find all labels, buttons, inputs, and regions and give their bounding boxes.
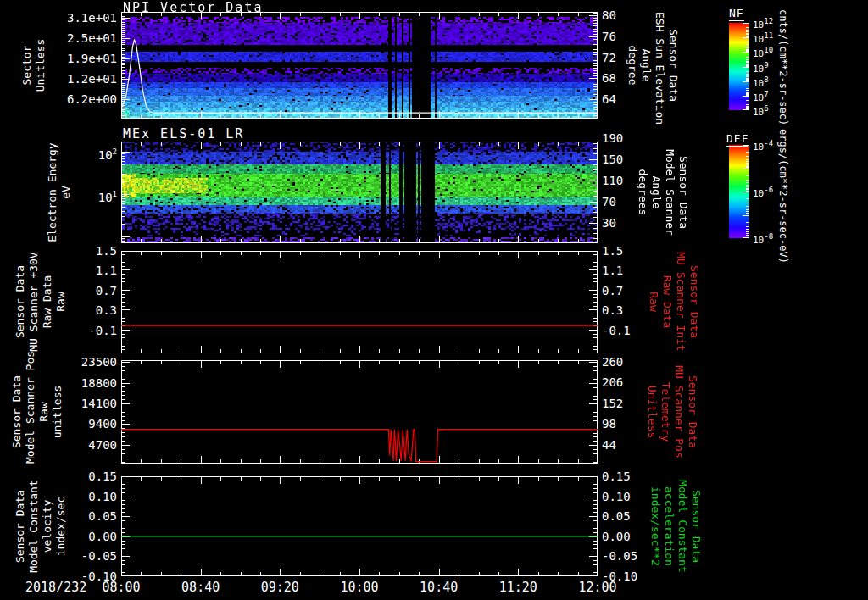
axis-label-line: unitless (51, 360, 64, 464)
tick-base: 10 (753, 142, 764, 153)
tick-base: 10 (753, 77, 764, 88)
axis-label-line: Model Constant (676, 476, 689, 576)
colorbar-tick-label: 10-6 (753, 184, 773, 200)
y-tick-label: 0.05 (88, 509, 117, 523)
tick-base: 10 (753, 235, 764, 246)
panel2-title: MEx ELS-01 LR (123, 126, 244, 142)
axis-label-line: Sensor Data (666, 12, 680, 119)
x-tick-label: 12:00 (570, 580, 626, 595)
y-tick-label: 0.7 (96, 284, 117, 297)
y-tick-label: 9400 (88, 417, 117, 431)
colorbar-tick-label: 106 (753, 103, 769, 119)
tick-exponent: 6 (764, 104, 768, 113)
y-tick-label: 0.15 (88, 469, 117, 483)
axis-label-line: Raw (54, 250, 68, 353)
y-tick-label: 3.1e+01 (67, 11, 117, 25)
tick-exponent: 9 (764, 61, 768, 69)
axis-label-line: Model Scanner Pos (24, 360, 37, 464)
y-tick-label: 2.5e+01 (67, 31, 117, 45)
y-tick-label: 110 (602, 174, 623, 187)
axis-label-line: index/sec**2 (648, 476, 662, 576)
tick-base: 10 (98, 148, 113, 162)
y-tick-label: 150 (602, 153, 623, 166)
x-tick-label: 08:40 (173, 580, 229, 595)
panel4-left-axis-label: Sensor Data Model Scanner Pos Raw unitle… (10, 360, 64, 464)
y-tick-label: 1.5 (96, 244, 117, 258)
y-tick-label: 76 (602, 30, 616, 43)
axis-label-line: Sensor Data (687, 250, 701, 353)
axis-label-line: Unitless (34, 12, 47, 119)
mu-scanner-30v-panel-canvas (121, 251, 598, 353)
axis-label-line: Sensor Data (689, 476, 703, 576)
y-tick-label: 1.1 (96, 264, 117, 277)
y-tick-label: 23500 (81, 355, 117, 369)
panel1-title: NPI Vector Data (123, 0, 263, 15)
plot-stage: NPI Vector Data MEx ELS-01 LR NF DEF Sec… (0, 0, 868, 600)
panel4-right-axis-label: Sensor Data MU Scanner Pos Telemetry Uni… (645, 360, 699, 464)
axis-label-line: Raw Data (41, 250, 54, 353)
y-tick-label: 72 (602, 51, 616, 64)
y-tick-label: -0.05 (602, 549, 637, 563)
y-tick-label: 0.10 (602, 490, 631, 503)
axis-label-line: Sector (20, 12, 34, 119)
y-tick-label: 0.00 (602, 530, 631, 543)
y-tick-label: 68 (602, 71, 616, 85)
axis-label-line: Angle (649, 142, 663, 243)
axis-label-line: degree (626, 12, 639, 119)
axis-label-line: Sensor Data (14, 476, 27, 576)
tick-base: 10 (753, 188, 764, 199)
axis-label-line: index/sec (54, 476, 68, 576)
def-colorbar-units: ergs/(cm**2-sr-sec-eV) (777, 129, 789, 256)
y-tick-label: 0.00 (88, 530, 117, 543)
model-constant-velocity-panel-canvas (121, 476, 598, 576)
axis-label-line: eV (59, 142, 73, 243)
y-tick-label: 0.3 (602, 303, 623, 317)
tick-exponent: 10 (764, 46, 773, 54)
colorbar-tick-label: 10-4 (753, 137, 773, 153)
panel5-right-axis-label: Sensor Data Model Constant acceleration … (648, 476, 703, 576)
tick-base: 10 (753, 92, 764, 103)
panel1-right-axis-label: Sensor Data ESH Sun Elevation Angle degr… (626, 12, 680, 119)
nf-colorbar-units: cnts/(cm**2-sr-sec) (777, 9, 789, 123)
panel3-right-axis-label: Sensor Data MU Scanner Init Raw Data Raw (647, 250, 701, 353)
axis-label-line: Model Scanner (663, 142, 676, 243)
axis-label-line: Electron Energy (46, 142, 59, 243)
panel5-left-axis-label: Sensor Data Model Constant velocity inde… (14, 476, 68, 576)
y-tick-label: 70 (602, 195, 616, 208)
y-tick-label: 1.9e+01 (67, 52, 117, 65)
tick-exponent: 2 (113, 147, 117, 156)
y-tick-label: 30 (602, 216, 616, 230)
y-tick-label: 1.2e+01 (67, 72, 117, 86)
colorbar-tick-label: 1012 (753, 15, 773, 31)
axis-label-line: acceleration (662, 476, 676, 576)
axis-label-line: Telemetry (659, 360, 672, 464)
y-tick-label: 0.10 (88, 490, 117, 503)
tick-exponent: 8 (764, 75, 768, 84)
tick-exponent: -8 (764, 232, 773, 241)
x-axis-date: 2018/232 (25, 580, 86, 595)
axis-label-line: degrees (636, 142, 649, 243)
tick-exponent: 12 (764, 17, 773, 25)
axis-label-line: Sensor Data (686, 360, 699, 464)
tick-base: 10 (98, 191, 113, 204)
def-colorbar (729, 145, 749, 238)
y-tick-label: 0.3 (96, 303, 117, 317)
colorbar-tick-label: 107 (753, 88, 769, 104)
model-scanner-pos-panel-canvas (121, 360, 598, 464)
axis-label-line: Model Constant (27, 476, 41, 576)
tick-exponent: 11 (764, 31, 773, 40)
colorbar-tick-label: 109 (753, 59, 769, 75)
y-tick-label: 152 (602, 397, 623, 410)
colorbar-tick-label: 108 (753, 74, 769, 90)
y-tick-label: 14100 (81, 397, 117, 410)
axis-label-line: velocity (41, 476, 54, 576)
axis-label-line: Angle (639, 12, 653, 119)
y-tick-label: 4700 (88, 438, 117, 452)
tick-base: 10 (753, 19, 764, 31)
y-tick-label: -0.1 (88, 324, 117, 337)
axis-label-line: Raw (37, 360, 51, 464)
y-tick-label: 6.2e+00 (67, 92, 117, 106)
panel2-left-axis-label: Electron Energy eV (46, 142, 73, 243)
tick-base: 10 (753, 34, 764, 45)
x-tick-label: 08:00 (93, 580, 149, 595)
